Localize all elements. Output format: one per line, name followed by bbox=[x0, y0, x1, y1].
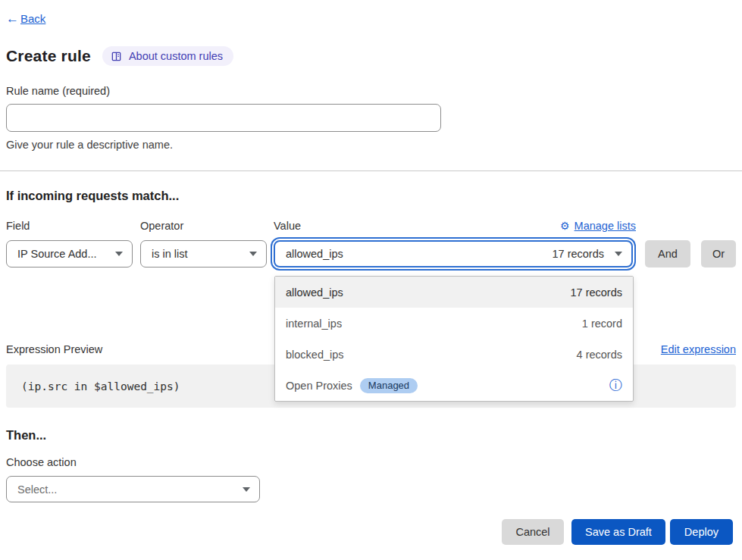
save-as-draft-button[interactable]: Save as Draft bbox=[571, 519, 665, 545]
list-item-open-proxies[interactable]: Open Proxies Managed ⓘ bbox=[275, 370, 633, 401]
chevron-down-icon bbox=[249, 252, 257, 256]
about-custom-rules-label: About custom rules bbox=[129, 50, 223, 62]
edit-expression-link[interactable]: Edit expression bbox=[661, 343, 736, 355]
or-button[interactable]: Or bbox=[701, 240, 736, 267]
footer-actions: Cancel Save as Draft Deploy bbox=[6, 519, 736, 545]
field-label: Field bbox=[6, 220, 30, 232]
rule-name-input[interactable] bbox=[6, 104, 441, 132]
section-divider bbox=[0, 171, 742, 171]
then-section-heading: Then... bbox=[6, 428, 736, 443]
create-rule-page: ← Back Create rule About custom rules Ru… bbox=[0, 0, 742, 545]
list-item-allowed-ips[interactable]: allowed_ips 17 records bbox=[275, 277, 633, 308]
operator-label: Operator bbox=[140, 220, 183, 232]
chevron-down-icon bbox=[615, 252, 622, 256]
list-item-name: blocked_ips bbox=[286, 349, 344, 361]
deploy-button[interactable]: Deploy bbox=[670, 519, 733, 545]
value-label: Value bbox=[274, 220, 301, 232]
expression-code: (ip.src in $allowed_ips) bbox=[21, 380, 180, 393]
title-row: Create rule About custom rules bbox=[6, 46, 736, 66]
list-item-name: allowed_ips bbox=[286, 286, 343, 299]
list-item-detail: 17 records bbox=[570, 286, 622, 299]
condition-labels-row: Field Operator Value ⚙ Manage lists bbox=[6, 220, 736, 232]
and-button[interactable]: And bbox=[645, 240, 690, 267]
condition-controls-row: IP Source Add... is in list allowed_ips … bbox=[6, 240, 736, 267]
value-select-value: allowed_ips bbox=[286, 248, 552, 260]
field-select[interactable]: IP Source Add... bbox=[6, 240, 133, 267]
value-select[interactable]: allowed_ips 17 records bbox=[274, 240, 633, 267]
value-dropdown: allowed_ips 17 records internal_ips 1 re… bbox=[274, 276, 634, 402]
manage-lists-label: Manage lists bbox=[575, 220, 636, 232]
operator-select[interactable]: is in list bbox=[140, 240, 267, 267]
rule-name-helper: Give your rule a descriptive name. bbox=[6, 139, 736, 151]
list-item-detail: 4 records bbox=[577, 349, 622, 361]
list-item-name: Open Proxies bbox=[286, 380, 352, 392]
value-select-detail: 17 records bbox=[552, 248, 604, 260]
list-item-internal-ips[interactable]: internal_ips 1 record bbox=[275, 308, 633, 339]
manage-lists-link[interactable]: ⚙ Manage lists bbox=[560, 220, 636, 232]
managed-badge: Managed bbox=[360, 378, 418, 393]
list-item-name: internal_ips bbox=[286, 318, 342, 330]
action-select[interactable]: Select... bbox=[6, 476, 260, 502]
gear-icon: ⚙ bbox=[560, 220, 570, 232]
value-select-wrap: allowed_ips 17 records allowed_ips 17 re… bbox=[274, 240, 633, 267]
about-custom-rules-link[interactable]: About custom rules bbox=[102, 46, 233, 66]
chevron-down-icon bbox=[115, 252, 123, 256]
expression-preview-label: Expression Preview bbox=[6, 343, 102, 355]
rule-name-label: Rule name (required) bbox=[6, 85, 736, 97]
choose-action-label: Choose action bbox=[6, 456, 736, 468]
operator-select-value: is in list bbox=[152, 248, 188, 260]
book-icon bbox=[111, 51, 122, 62]
list-item-blocked-ips[interactable]: blocked_ips 4 records bbox=[275, 339, 633, 370]
match-section-heading: If incoming requests match... bbox=[6, 189, 736, 203]
info-icon[interactable]: ⓘ bbox=[609, 379, 622, 392]
chevron-down-icon bbox=[243, 487, 250, 492]
action-select-placeholder: Select... bbox=[17, 483, 57, 496]
back-row: ← Back bbox=[6, 12, 736, 25]
field-select-value: IP Source Add... bbox=[17, 248, 97, 260]
cancel-button[interactable]: Cancel bbox=[502, 519, 564, 545]
back-arrow-icon: ← bbox=[6, 12, 19, 25]
list-item-detail: 1 record bbox=[582, 318, 622, 330]
back-link[interactable]: Back bbox=[20, 12, 45, 25]
page-title: Create rule bbox=[6, 47, 91, 65]
